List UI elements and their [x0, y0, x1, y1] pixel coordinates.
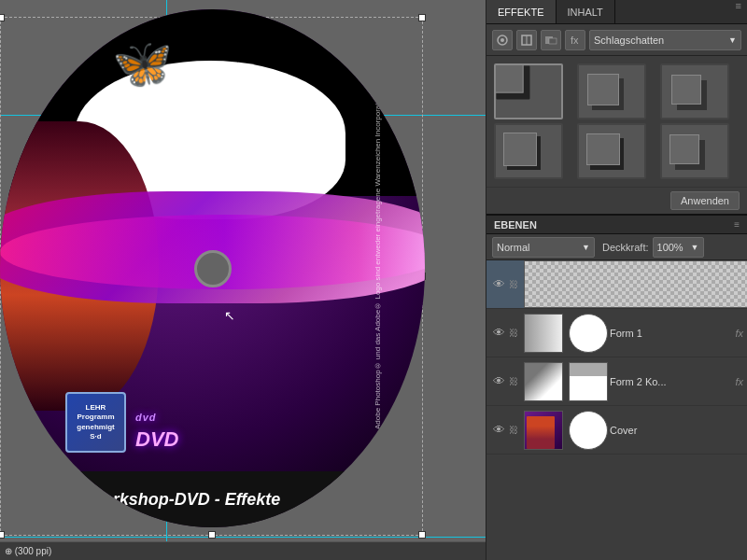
layer-row-cover[interactable]: 👁 ⛓ Cover	[486, 406, 747, 455]
layer-thumb-form2	[524, 362, 563, 401]
layers-title: EBENEN	[494, 219, 537, 231]
effect-thumb-1[interactable]	[494, 63, 563, 119]
disc-butterfly-icon: 🦋	[112, 35, 173, 92]
handle-top-right[interactable]	[418, 14, 426, 21]
disc-background: 🦋 PSD-Tutorials.de Die Grafik-Community …	[0, 9, 425, 527]
layer-fx-form1: fx	[735, 328, 743, 339]
tab-inhalt[interactable]: INHALT	[557, 0, 615, 23]
layer-eye-form2[interactable]: 👁	[490, 373, 507, 390]
layer-link-form2: ⛓	[507, 375, 520, 388]
right-panel: EFFEKTE INHALT ≡ fx Schlagschatten ▼	[486, 0, 747, 560]
handle-bottom-right[interactable]	[418, 531, 426, 539]
layer-link-cover: ⛓	[507, 424, 520, 437]
layer-thumb-form1	[524, 314, 563, 353]
blend-mode-dropdown[interactable]: Normal ▼	[492, 237, 595, 258]
handle-bottom-left[interactable]	[0, 531, 5, 539]
layers-toolbar: Normal ▼ Deckkraft: 100% ▼	[486, 234, 747, 260]
effect-btn-3[interactable]	[541, 30, 561, 50]
disc-lehr-text: LEHRProgrammgenehmigtS·d	[77, 403, 114, 442]
disc-subtitle-text: Die Grafik-Community	[129, 124, 230, 135]
tab-effekte[interactable]: EFFEKTE	[486, 0, 557, 23]
layer-thumb-cover	[524, 411, 563, 450]
handle-bottom-middle[interactable]	[208, 531, 216, 539]
disc-bottom-band: hotoshop-Workshop-DVD - Effekte	[0, 471, 425, 527]
effect-btn-4[interactable]: fx	[565, 30, 585, 50]
layer-link-logo: ⛓	[507, 278, 520, 291]
layer-name-form2: Form 2 Ko...	[610, 376, 731, 387]
layer-row-form2[interactable]: 👁 ⛓ Form 2 Ko... fx	[486, 357, 747, 406]
svg-rect-5	[549, 38, 557, 44]
effect-thumb-4[interactable]	[494, 123, 563, 179]
panel-pin-icon[interactable]: ≡	[736, 0, 741, 23]
blend-mode-label: Normal	[497, 242, 529, 253]
handle-top-left[interactable]	[0, 14, 5, 21]
panel-tabs: EFFEKTE INHALT ≡	[486, 0, 747, 24]
layer-fx-form2: fx	[735, 376, 743, 387]
layer-mask-form1	[569, 314, 608, 353]
layers-section-header: EBENEN ≡	[486, 214, 747, 234]
layer-eye-logo[interactable]: 👁	[490, 276, 507, 293]
effects-grid	[486, 56, 747, 187]
effects-toolbar: fx Schlagschatten ▼	[486, 24, 747, 56]
disc-title-text: PSD-Tutorials.de	[121, 103, 271, 124]
opacity-value: 100%	[657, 242, 684, 253]
layer-link-form1: ⛓	[507, 327, 520, 340]
effects-type-label: Schlagschatten	[594, 35, 664, 46]
disc-dvd-logo: dvd DVD	[135, 412, 178, 453]
blend-mode-chevron: ▼	[582, 243, 590, 252]
layer-name-cover: Cover	[610, 425, 740, 436]
effect-thumb-6[interactable]	[660, 123, 729, 179]
effects-type-dropdown[interactable]: Schlagschatten ▼	[589, 30, 741, 50]
opacity-dropdown[interactable]: 100% ▼	[653, 237, 704, 258]
layer-mask-cover	[569, 411, 608, 450]
disc-curved-text: Adobe Photoshop® und das Adobe® Logo sin…	[374, 56, 411, 429]
layer-mask-form2	[569, 362, 608, 401]
effect-thumb-5[interactable]	[577, 123, 646, 179]
apply-button[interactable]: Anwenden	[670, 191, 740, 210]
opacity-chevron: ▼	[691, 243, 699, 252]
disc-artwork: 🦋 PSD-Tutorials.de Die Grafik-Community …	[0, 9, 425, 541]
layer-name-form1: Form 1	[610, 328, 731, 339]
layer-thumb-logo	[524, 260, 747, 308]
effect-thumb-2[interactable]	[577, 63, 646, 119]
layer-eye-cover[interactable]: 👁	[490, 422, 507, 439]
layer-eye-form1[interactable]: 👁	[490, 325, 507, 342]
layer-row-form1[interactable]: 👁 ⛓ Form 1 fx	[486, 309, 747, 357]
layer-row-logo[interactable]: 👁 ⛓ Logo fx	[486, 260, 747, 309]
svg-text:fx: fx	[571, 35, 579, 46]
effect-btn-1[interactable]	[492, 30, 513, 50]
disc-center-hole	[194, 250, 232, 287]
effect-btn-2[interactable]	[516, 30, 537, 50]
layers-panel-menu[interactable]: ≡	[734, 219, 740, 230]
status-text: ⊕ (300 ppi)	[5, 546, 51, 556]
svg-point-1	[500, 38, 504, 42]
opacity-label: Deckkraft:	[602, 242, 649, 253]
apply-row: Anwenden	[486, 187, 747, 214]
canvas-area: 🦋 PSD-Tutorials.de Die Grafik-Community …	[0, 0, 486, 560]
layers-list[interactable]: 👁 ⛓ Logo fx 👁 ⛓ Form 1 fx 👁 ⛓ Form 2 K	[486, 260, 747, 560]
effects-dropdown-chevron: ▼	[728, 35, 737, 45]
disc-bottom-text: hotoshop-Workshop-DVD - Effekte	[5, 490, 280, 510]
status-bar: ⊕ (300 ppi)	[0, 541, 486, 560]
disc-lehr-badge: LEHRProgrammgenehmigtS·d	[65, 392, 126, 453]
effect-thumb-3[interactable]	[660, 63, 729, 119]
